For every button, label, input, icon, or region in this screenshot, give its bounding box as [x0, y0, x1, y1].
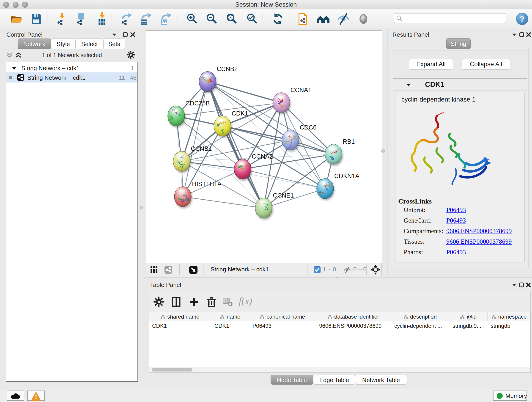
show-columns-icon[interactable] [171, 296, 182, 307]
network-edge[interactable] [183, 82, 208, 197]
panel-float-icon[interactable] [122, 32, 128, 38]
cloud-status-button[interactable] [7, 390, 24, 401]
network-view-title: String Network – cdk1 [210, 263, 269, 276]
column-header-shared-name[interactable]: shared name [149, 313, 211, 321]
grid-view-icon[interactable] [150, 266, 158, 274]
section-collapse-icon[interactable] [406, 82, 411, 88]
scrollbar-thumb[interactable] [152, 368, 192, 371]
table-cell: cyclin-dependent ... [391, 321, 449, 330]
network-edge[interactable] [208, 82, 264, 208]
network-row-selected[interactable]: String Network – cdk1 11 48 [6, 72, 138, 83]
memory-button[interactable]: Memory [493, 390, 527, 401]
network-node-CDK1[interactable] [214, 116, 232, 138]
string-home-icon[interactable] [317, 12, 330, 26]
delete-column-icon[interactable] [206, 296, 217, 307]
tab-edge-table[interactable]: Edge Table [313, 375, 355, 385]
hidden-elements-icon[interactable] [343, 266, 351, 274]
panel-close-icon[interactable] [130, 32, 136, 38]
zoom-fit-icon[interactable] [225, 12, 239, 26]
string-document-icon[interactable] [296, 12, 310, 26]
main-toolbar: ? [0, 9, 532, 28]
tab-sets[interactable]: Sets [103, 38, 125, 49]
column-header-database-identifier[interactable]: database identifier [316, 313, 391, 321]
left-splitter-handle[interactable] [140, 206, 143, 210]
crosslink-row: Uniprot:P06493 [395, 206, 525, 216]
add-column-icon[interactable] [188, 296, 199, 307]
crosslink-row: Compartments:9606.ENSP00000378699 [395, 227, 525, 237]
expand-all-button[interactable]: Expand All [409, 59, 453, 70]
table-row[interactable]: CDK1CDK1P064939606.ENSP00000378699cyclin… [149, 321, 530, 330]
tab-string[interactable]: String [446, 38, 471, 49]
panel-float-icon[interactable] [519, 32, 525, 38]
network-options-gear-icon[interactable] [127, 51, 135, 59]
network-node-CCNE1[interactable] [253, 198, 273, 220]
panel-menu-icon[interactable] [511, 282, 517, 288]
network-edge[interactable] [183, 197, 264, 208]
warnings-button[interactable] [27, 390, 45, 401]
hide-glass-icon[interactable] [336, 12, 350, 26]
toolbar-search-input[interactable] [394, 13, 506, 23]
column-header-name[interactable]: name [211, 313, 249, 321]
tab-network[interactable]: Network [18, 38, 51, 49]
network-edge[interactable] [243, 169, 325, 189]
panel-close-icon[interactable] [526, 32, 532, 38]
panel-float-icon[interactable] [519, 282, 525, 288]
crosslink-link[interactable]: 9606.ENSP00000378699 [446, 227, 512, 235]
panel-close-icon[interactable] [525, 282, 531, 288]
import-network-icon[interactable] [55, 12, 69, 26]
network-node-CDKN1A[interactable] [317, 179, 335, 201]
network-node-CDC25B[interactable] [168, 106, 186, 128]
gene-section: CDK1 cyclin-dependent kinase 1 [393, 78, 527, 265]
import-table-icon[interactable] [95, 12, 109, 26]
network-node-CCNA1[interactable] [273, 93, 291, 115]
export-network-icon[interactable] [119, 12, 133, 26]
show-glass-icon[interactable] [356, 12, 370, 26]
column-header-description[interactable]: description [391, 313, 449, 321]
tab-network-table[interactable]: Network Table [355, 375, 407, 385]
open-session-icon[interactable] [10, 12, 23, 26]
save-session-icon[interactable] [29, 12, 43, 26]
zoom-selected-icon[interactable] [246, 12, 259, 26]
help-button[interactable]: ? [516, 13, 528, 25]
zoom-out-icon[interactable] [205, 12, 219, 26]
tree-expand-icon[interactable] [12, 65, 17, 70]
import-network-database-icon[interactable] [74, 12, 88, 26]
column-header-label: database identifier [334, 313, 379, 320]
table-cell: CDK1 [211, 321, 249, 330]
export-table-icon[interactable] [139, 12, 153, 26]
crosslink-link[interactable]: P06493 [446, 217, 466, 224]
birdseye-view-icon[interactable] [370, 265, 380, 275]
tab-style[interactable]: Style [51, 38, 76, 49]
network-collection-row[interactable]: String Network – cdk1 1 [6, 64, 138, 72]
network-node-CCNB2[interactable] [198, 71, 217, 94]
toolbar-separator [176, 12, 177, 26]
column-header-canonical-name[interactable]: canonical name [249, 313, 316, 321]
network-overview-icon[interactable] [164, 266, 172, 274]
network-edge[interactable] [208, 82, 281, 103]
crosslink-link[interactable]: P06493 [446, 206, 466, 214]
network-tree: String Network – cdk1 1 String Network –… [6, 62, 138, 382]
tab-node-table[interactable]: Node Table [271, 375, 313, 385]
statusbar-separator [179, 264, 180, 275]
panel-menu-icon[interactable] [511, 32, 517, 38]
column-header--id[interactable]: @id [449, 313, 488, 321]
network-node-CCNA2[interactable] [234, 159, 252, 181]
network-node-HIST1H1A[interactable] [174, 186, 192, 209]
crosslinks-title: CrossLinks [398, 197, 432, 205]
gene-section-header[interactable]: CDK1 [393, 79, 527, 91]
zoom-in-icon[interactable] [186, 12, 199, 26]
crosslink-link[interactable]: P06493 [446, 249, 466, 256]
table-settings-gear-icon[interactable] [153, 296, 164, 307]
collapse-all-button[interactable]: Collapse All [462, 59, 510, 70]
export-image-icon[interactable] [159, 12, 173, 26]
right-splitter-handle[interactable] [381, 149, 385, 153]
selected-checkbox[interactable] [314, 266, 321, 273]
apply-layout-icon[interactable] [271, 12, 285, 26]
column-header-namespace[interactable]: namespace [488, 313, 531, 321]
tab-select[interactable]: Select [76, 38, 103, 49]
crosslink-link[interactable]: 9606.ENSP00000378699 [446, 238, 512, 245]
panel-menu-icon[interactable] [111, 32, 117, 38]
network-node-RB1[interactable] [325, 144, 343, 166]
detach-view-icon[interactable] [189, 265, 198, 274]
network-canvas[interactable]: CCNB2CCNA1CDC25BCDK1CDC6RB1CCNB1CCNA2CDK… [146, 31, 382, 263]
